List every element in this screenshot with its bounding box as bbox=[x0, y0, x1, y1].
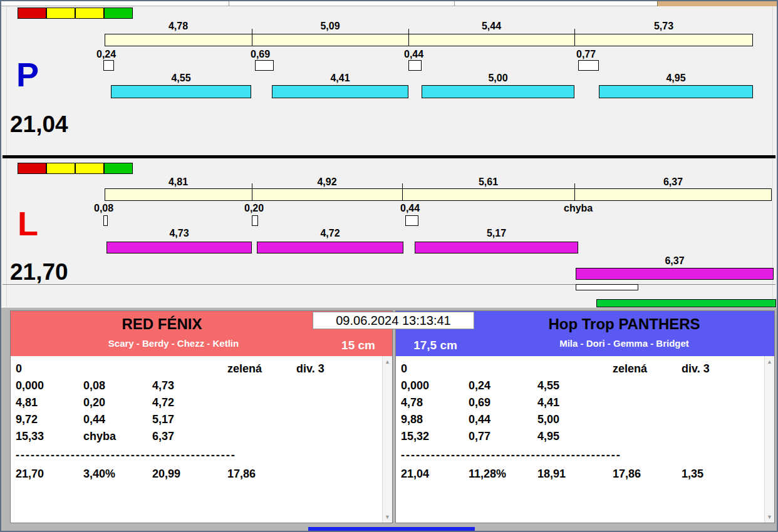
lane-p-dog-time-label: 5,00 bbox=[422, 73, 574, 84]
jump-height-right: 17,5 cm bbox=[401, 339, 470, 352]
scroll-up-button[interactable]: ▲ bbox=[383, 357, 392, 367]
lane-l-split-tick bbox=[402, 183, 403, 201]
window-top-edge bbox=[1, 1, 657, 6]
lane-p-changeover-box bbox=[255, 60, 274, 71]
team-results-right[interactable]: 0zelenádiv. 3 0,0000,244,55 4,780,694,41… bbox=[396, 356, 774, 523]
result-cell: 3,40% bbox=[83, 466, 152, 483]
result-cell: 15,32 bbox=[401, 428, 469, 445]
result-cell: 0,77 bbox=[469, 428, 537, 445]
lane-l-changeover-box bbox=[405, 215, 418, 226]
result-cell: 0,44 bbox=[469, 411, 537, 428]
result-cell: div. 3 bbox=[682, 361, 759, 377]
lane-l-changeover-box bbox=[252, 215, 258, 226]
result-cell bbox=[152, 361, 227, 377]
result-row: 0,0000,084,73 bbox=[16, 377, 377, 394]
result-cell: 0,08 bbox=[83, 377, 152, 394]
team-lineup-left: Scary - Berdy - Chezz - Ketlin bbox=[11, 338, 336, 349]
lane-l-split-tick bbox=[574, 183, 575, 201]
result-cell bbox=[296, 377, 377, 394]
lane-p-letter: P bbox=[16, 58, 39, 91]
lane-l-split-bar bbox=[105, 188, 772, 201]
team-name-right: Hop Trop PANTHERS bbox=[475, 315, 774, 333]
result-cell bbox=[537, 361, 613, 377]
result-cell: chyba bbox=[83, 428, 152, 445]
lane-l-split-label: 6,37 bbox=[574, 176, 772, 188]
result-cell: 17,86 bbox=[227, 466, 296, 483]
result-cell: 5,00 bbox=[537, 411, 613, 428]
lane-p-changeover-label: 0,44 bbox=[404, 49, 442, 60]
scroll-down-button[interactable]: ▼ bbox=[383, 512, 392, 522]
result-cell: 20,99 bbox=[152, 466, 227, 483]
result-cell: 4,78 bbox=[401, 394, 469, 411]
lane-l-status-square bbox=[75, 163, 104, 174]
lane-l-changeover-label: 0,08 bbox=[94, 203, 132, 214]
lane-p-split-bar bbox=[105, 34, 753, 46]
result-cell: 4,95 bbox=[537, 428, 613, 445]
result-cell: 0,000 bbox=[401, 377, 469, 394]
result-cell bbox=[682, 411, 759, 428]
result-cell: 4,73 bbox=[152, 377, 227, 394]
lane-l-status-square bbox=[18, 163, 46, 174]
lane-p-split-tick bbox=[574, 29, 575, 46]
result-total-row: 21,703,40%20,9917,86 bbox=[16, 466, 377, 483]
lane-l-status-square bbox=[46, 163, 75, 174]
strip-divider-line bbox=[3, 284, 775, 285]
lane-p-split-label: 5,44 bbox=[408, 21, 574, 32]
lane-l-dog-time-label: 4,72 bbox=[257, 228, 403, 239]
result-cell: 0,44 bbox=[83, 411, 152, 428]
team-results-left[interactable]: 0zelenádiv. 3 0,0000,084,73 4,810,204,72… bbox=[11, 356, 392, 523]
result-cell: 21,70 bbox=[16, 466, 83, 483]
lane-p-status-square bbox=[18, 8, 46, 19]
result-cell bbox=[227, 377, 296, 394]
team-name-left: RED FÉNIX bbox=[11, 315, 313, 333]
lane-p-dog-bar bbox=[272, 85, 408, 98]
scrollbar-left[interactable]: ▲ ▼ bbox=[382, 356, 392, 523]
result-cell: 21,04 bbox=[401, 466, 469, 483]
result-cell: 0,69 bbox=[469, 394, 537, 411]
lane-p-status-square bbox=[104, 8, 133, 19]
result-cell: div. 3 bbox=[296, 361, 377, 377]
lane-p-changeover-box bbox=[408, 60, 422, 71]
result-row: 0zelenádiv. 3 bbox=[401, 361, 759, 377]
result-cell: 15,33 bbox=[16, 428, 83, 445]
lane-l-split-tick bbox=[252, 183, 252, 201]
race-timestamp: 09.06.2024 13:13:41 bbox=[313, 312, 474, 329]
team-lineup-right: Mila - Dori - Gemma - Bridget bbox=[475, 338, 774, 349]
lane-p-changeover-label: 0,77 bbox=[576, 49, 614, 60]
result-cell: 4,55 bbox=[537, 377, 613, 394]
taskbar-fragment bbox=[308, 527, 475, 532]
result-cell bbox=[227, 428, 296, 445]
result-cell: 4,41 bbox=[537, 394, 613, 411]
result-cell: 4,81 bbox=[16, 394, 83, 411]
lane-l-changeover-label: 0,44 bbox=[400, 203, 438, 214]
result-cell bbox=[83, 361, 152, 377]
result-cell bbox=[227, 394, 296, 411]
lane-l-split-label: 4,92 bbox=[252, 176, 402, 188]
window-edge-divider bbox=[229, 1, 229, 6]
lane-p-changeover-box bbox=[103, 60, 114, 71]
result-cell: 0 bbox=[16, 361, 83, 377]
lane-l-dog-bar bbox=[415, 242, 578, 253]
result-cell bbox=[296, 428, 377, 445]
lane-p-total-time: 21,04 bbox=[10, 113, 68, 136]
result-cell: zelená bbox=[613, 361, 682, 377]
lane-p-changeover-box bbox=[578, 60, 599, 71]
result-cell: 0,000 bbox=[16, 377, 83, 394]
lane-l-dog-time-label: 5,17 bbox=[415, 228, 578, 239]
scrollbar-right[interactable]: ▲ ▼ bbox=[764, 356, 774, 523]
lane-p-split-label: 5,73 bbox=[574, 21, 753, 32]
lane-p-dog-bar bbox=[599, 85, 753, 98]
lane-p-dog-time-label: 4,55 bbox=[111, 73, 251, 84]
result-cell bbox=[613, 377, 682, 394]
result-row: 9,720,445,17 bbox=[16, 411, 377, 428]
lane-l-dog-time-label: 6,37 bbox=[576, 255, 774, 267]
lane-p-dog-time-label: 4,41 bbox=[272, 73, 408, 84]
result-cell bbox=[613, 411, 682, 428]
scroll-up-button[interactable]: ▲ bbox=[765, 357, 774, 367]
jump-height-left: 15 cm bbox=[324, 339, 393, 352]
scroll-down-button[interactable]: ▼ bbox=[765, 512, 774, 522]
result-cell: 18,91 bbox=[537, 466, 613, 483]
team-panel-right: Hop Trop PANTHERS Mila - Dori - Gemma - … bbox=[395, 310, 775, 523]
result-separator: ----------------------------------------… bbox=[401, 447, 759, 464]
result-cell: 17,86 bbox=[613, 466, 682, 483]
